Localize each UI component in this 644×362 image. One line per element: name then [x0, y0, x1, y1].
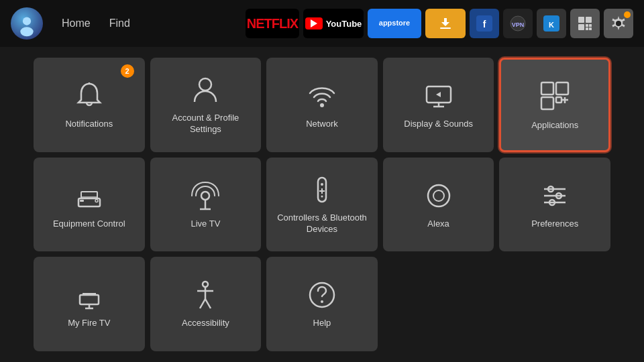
settings-app[interactable]	[604, 9, 633, 38]
grid-icon	[577, 15, 593, 32]
svg-point-61	[321, 300, 323, 303]
svg-text:VPN: VPN	[512, 21, 525, 28]
svg-rect-10	[586, 17, 592, 23]
apps-icon	[537, 78, 572, 113]
downloader-app[interactable]	[425, 9, 466, 38]
svg-rect-26	[541, 97, 553, 109]
svg-point-44	[433, 190, 444, 201]
youtube-app[interactable]: YouTube	[303, 9, 364, 38]
firetv-icon	[73, 279, 105, 311]
download-icon	[437, 15, 453, 32]
preferences-label: Preferences	[531, 219, 578, 230]
tile-network[interactable]: Network	[266, 58, 378, 152]
tile-notifications[interactable]: 2 Notifications	[34, 58, 145, 152]
svg-point-43	[428, 185, 449, 206]
tile-help[interactable]: Help	[266, 257, 378, 351]
svg-point-42	[321, 196, 323, 198]
tile-accessibility[interactable]: Accessibility	[150, 257, 262, 351]
svg-point-34	[95, 199, 98, 202]
svg-rect-11	[578, 24, 584, 30]
help-icon	[306, 279, 338, 311]
svg-point-19	[199, 78, 211, 90]
tile-applications[interactable]: Applications	[499, 58, 610, 152]
svg-rect-14	[586, 27, 588, 30]
svg-line-59	[205, 299, 211, 308]
livetv-label: Live TV	[191, 219, 220, 230]
person-icon	[189, 74, 221, 106]
svg-point-39	[321, 183, 323, 186]
wifi-icon	[306, 80, 338, 112]
remote-icon	[306, 174, 338, 206]
appstore-label: appstore	[379, 19, 410, 27]
equipment-icon	[73, 180, 105, 212]
accessibility-icon	[189, 279, 221, 311]
help-label: Help	[313, 318, 331, 329]
svg-point-1	[20, 27, 33, 36]
svg-point-55	[203, 282, 208, 287]
nav-find[interactable]: Find	[101, 13, 138, 34]
settings-notification-dot	[624, 11, 631, 18]
svg-line-58	[200, 299, 205, 308]
broadcast-icon	[189, 180, 221, 212]
tile-account[interactable]: Account & Profile Settings	[150, 58, 262, 152]
netflix-app[interactable]: NETFLIX	[246, 9, 299, 38]
sliders-icon	[539, 180, 571, 212]
account-label: Account & Profile Settings	[157, 113, 255, 135]
svg-rect-27	[556, 97, 561, 103]
display-label: Display & Sounds	[404, 119, 473, 130]
svg-rect-33	[80, 200, 84, 202]
svg-text:f: f	[483, 19, 486, 29]
tile-preferences[interactable]: Preferences	[499, 158, 610, 252]
notifications-badge: 2	[121, 64, 134, 78]
tile-myfiretv[interactable]: My Fire TV	[34, 257, 145, 351]
svg-rect-9	[578, 17, 584, 23]
nav-links: Home Find	[54, 13, 138, 34]
applications-label: Applications	[531, 120, 578, 131]
svg-rect-12	[586, 24, 588, 27]
tile-livetv[interactable]: Live TV	[150, 158, 262, 252]
nav-home[interactable]: Home	[54, 13, 99, 34]
bell-icon	[73, 80, 105, 112]
equipment-label: Equipment Control	[53, 219, 125, 230]
accessibility-label: Accessibility	[182, 318, 229, 329]
appstore-app[interactable]: appstore	[368, 9, 421, 38]
youtube-label: YouTube	[326, 19, 362, 29]
misc-app-1[interactable]: f	[470, 9, 499, 38]
grid-app[interactable]	[570, 9, 600, 38]
app-icons: NETFLIX YouTube appstore f	[246, 9, 633, 38]
misc1-icon: f	[475, 14, 494, 33]
svg-text:K: K	[549, 21, 554, 29]
tile-alexa[interactable]: Alexa	[383, 158, 494, 252]
tile-display[interactable]: Display & Sounds	[383, 58, 494, 152]
svg-point-20	[320, 103, 324, 107]
svg-point-17	[616, 21, 621, 26]
svg-rect-24	[541, 82, 553, 95]
controllers-label: Controllers & Bluetooth Devices	[273, 213, 371, 235]
tile-controllers[interactable]: Controllers & Bluetooth Devices	[266, 158, 378, 252]
netflix-label: NETFLIX	[247, 16, 298, 32]
svg-point-35	[201, 192, 209, 200]
youtube-logo-icon	[305, 17, 323, 29]
svg-rect-2	[440, 27, 451, 29]
network-label: Network	[306, 119, 338, 130]
svg-rect-15	[589, 27, 592, 30]
header: Home Find NETFLIX YouTube appstore	[0, 0, 644, 47]
tile-equipment[interactable]: Equipment Control	[34, 158, 145, 252]
svg-point-0	[23, 17, 31, 25]
misc-app-2[interactable]: VPN	[503, 9, 533, 38]
kodi-app[interactable]: K	[537, 9, 566, 38]
kodi-icon: K	[542, 14, 561, 33]
display-icon	[423, 80, 455, 112]
vpn-icon: VPN	[508, 14, 527, 33]
avatar[interactable]	[11, 7, 43, 40]
myfiretv-label: My Fire TV	[68, 318, 110, 329]
svg-rect-13	[589, 24, 592, 27]
svg-rect-51	[80, 295, 99, 304]
alexa-label: Alexa	[427, 219, 449, 230]
svg-rect-25	[556, 82, 568, 95]
youtube-inner: YouTube	[305, 17, 362, 29]
notifications-label: Notifications	[65, 119, 113, 130]
alexa-icon	[423, 180, 455, 212]
settings-grid: 2 Notifications Account & Profile Settin…	[0, 47, 644, 362]
